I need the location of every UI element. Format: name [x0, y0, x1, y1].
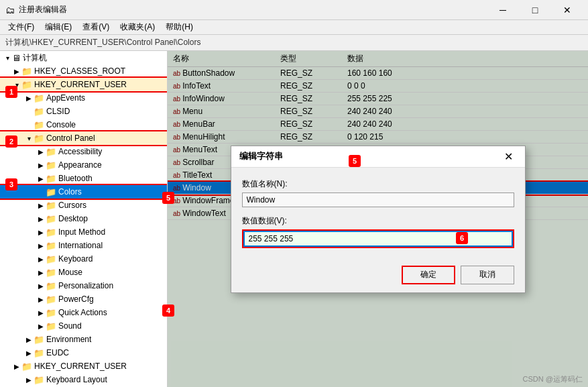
tree-label-appevents: AppEvents — [46, 93, 85, 103]
tree-item-powercfg[interactable]: ▶ 📁 PowerCfg — [0, 292, 167, 306]
folder-eudc-icon: 📁 — [34, 348, 44, 358]
folder-desktop-icon: 📁 — [46, 214, 56, 224]
folder-mouse-icon: 📁 — [46, 268, 56, 278]
folder-console-icon: 📁 — [34, 120, 44, 130]
tree-label-computer: 计算机 — [23, 52, 47, 64]
label-1: 1 — [5, 86, 17, 98]
window-controls: ─ □ ✕ — [487, 0, 583, 20]
tree-item-sound[interactable]: ▶ 📁 Sound — [0, 319, 167, 333]
tree-label-appearance: Appearance — [58, 160, 102, 170]
tree-item-control-panel[interactable]: ▾ 📁 Control Panel — [0, 131, 167, 145]
tree-item-accessibility[interactable]: ▶ 📁 Accessibility — [0, 145, 167, 158]
tree-label-powercfg: PowerCfg — [58, 294, 94, 304]
tree-item-console[interactable]: 📁 Console — [0, 118, 167, 131]
watermark: CSDN @运筹码仁 — [523, 374, 583, 384]
tree-item-mouse[interactable]: ▶ 📁 Mouse — [0, 266, 167, 279]
tree-item-eudc[interactable]: ▶ 📁 EUDC — [0, 346, 167, 360]
label-4: 4 — [162, 305, 174, 317]
tree-item-quick-actions[interactable]: ▶ 📁 Quick Actions — [0, 306, 167, 319]
tree-label-quick-actions: Quick Actions — [58, 308, 107, 317]
arrow-keyboard-layout: ▶ — [24, 376, 34, 384]
arrow-appearance: ▶ — [36, 162, 46, 169]
arrow-powercfg: ▶ — [36, 296, 46, 303]
tree-label-colors: Colors — [58, 187, 82, 197]
dialog-close-button[interactable]: ✕ — [501, 148, 517, 164]
arrow-bluetooth: ▶ — [36, 175, 46, 182]
arrow-desktop: ▶ — [36, 215, 46, 223]
dialog-ok-button[interactable]: 确定 — [402, 266, 455, 284]
tree-label-cu2: HKEY_CURRENT_USER — [34, 362, 127, 371]
minimize-button[interactable]: ─ — [487, 0, 518, 20]
folder-computer-icon: 🖥 — [12, 53, 21, 63]
arrow-keyboard: ▶ — [36, 256, 46, 263]
dialog-cancel-button[interactable]: 取消 — [461, 266, 514, 284]
arrow-environment: ▶ — [24, 336, 34, 343]
tree-label-desktop: Desktop — [58, 214, 88, 223]
tree-item-desktop[interactable]: ▶ 📁 Desktop — [0, 212, 167, 225]
folder-personal-icon: 📁 — [46, 281, 56, 291]
arrow-classes-root: ▶ — [12, 68, 21, 75]
tree-label-personalization: Personalization — [58, 281, 113, 290]
dialog-buttons: 确定 取消 — [231, 259, 525, 292]
tree-label-environment: Environment — [46, 335, 91, 344]
tree-item-cursors[interactable]: ▶ 📁 Cursors — [0, 199, 167, 212]
folder-power-icon: 📁 — [46, 294, 56, 305]
menubar: 文件(F) 编辑(E) 查看(V) 收藏夹(A) 帮助(H) — [0, 20, 588, 35]
tree-item-colors[interactable]: 📁 Colors — [0, 185, 167, 199]
tree-item-international[interactable]: ▶ 📁 International — [0, 239, 167, 252]
dialog-name-input[interactable] — [242, 192, 514, 207]
label-2: 2 — [5, 135, 17, 148]
tree-item-keyboard[interactable]: ▶ 📁 Keyboard — [0, 252, 167, 266]
tree-item-clsid[interactable]: 📁 CLSID — [0, 105, 167, 118]
folder-appearance-icon: 📁 — [46, 160, 56, 170]
tree-item-environment[interactable]: ▶ 📁 Environment — [0, 333, 167, 346]
tree-item-input-method[interactable]: ▶ 📁 Input Method — [0, 225, 167, 239]
app-title: 注册表编辑器 — [19, 4, 487, 15]
app-icon: 🗂 — [5, 5, 15, 15]
label-5-dialog: 5 — [349, 155, 361, 167]
tree-item-appearance[interactable]: ▶ 📁 Appearance — [0, 158, 167, 172]
arrow-mouse: ▶ — [36, 269, 46, 276]
tree-label-accessibility: Accessibility — [58, 147, 102, 156]
arrow-control-panel: ▾ — [24, 135, 34, 142]
menu-file[interactable]: 文件(F) — [3, 20, 40, 34]
folder-accessibility-icon: 📁 — [46, 147, 56, 157]
titlebar: 🗂 注册表编辑器 ─ □ ✕ — [0, 0, 588, 20]
tree-label-international: International — [58, 241, 103, 250]
menu-edit[interactable]: 编辑(E) — [40, 20, 77, 34]
tree-item-classes-root[interactable]: ▶ 📁 HKEY_CLASSES_ROOT — [0, 64, 167, 78]
tree-label-current-user: HKEY_CURRENT_USER — [34, 80, 127, 89]
tree-item-keyboard-layout[interactable]: ▶ 📁 Keyboard Layout — [0, 373, 167, 386]
tree-item-computer[interactable]: ▾ 🖥 计算机 — [0, 51, 167, 64]
tree-label-mouse: Mouse — [58, 268, 82, 277]
folder-intl-icon: 📁 — [46, 241, 56, 251]
menu-favorites[interactable]: 收藏夹(A) — [115, 20, 160, 34]
maximize-button[interactable]: □ — [520, 0, 550, 20]
tree-label-console: Console — [46, 120, 76, 129]
tree-item-appevents[interactable]: ▶ 📁 AppEvents — [0, 91, 167, 105]
tree-item-current-user[interactable]: ▾ 📁 HKEY_CURRENT_USER — [0, 78, 167, 91]
tree-label-input-method: Input Method — [58, 227, 105, 237]
folder-cu2-icon: 📁 — [21, 362, 32, 372]
tree-label-cursors: Cursors — [58, 201, 86, 210]
tree-item-bluetooth[interactable]: ▶ 📁 Bluetooth — [0, 172, 167, 185]
tree-label-sound: Sound — [58, 321, 82, 331]
label-3: 3 — [5, 178, 17, 190]
dialog-name-label: 数值名称(N): — [242, 178, 514, 190]
dialog-body: 数值名称(N): 数值数据(V): — [231, 168, 525, 259]
tree-item-personalization[interactable]: ▶ 📁 Personalization — [0, 279, 167, 292]
arrow-cu2: ▶ — [12, 363, 21, 370]
tree-panel: ▾ 🖥 计算机 ▶ 📁 HKEY_CLASSES_ROOT ▾ 📁 HKEY_C… — [0, 51, 168, 387]
tree-item-current-user2[interactable]: ▶ 📁 HKEY_CURRENT_USER — [0, 360, 167, 373]
arrow-input-method: ▶ — [36, 229, 46, 236]
menu-view[interactable]: 查看(V) — [77, 20, 115, 34]
arrow-appevents: ▶ — [24, 95, 34, 102]
folder-env-icon: 📁 — [34, 335, 44, 345]
tree-label-control-panel: Control Panel — [46, 133, 95, 143]
folder-appevents-icon: 📁 — [34, 93, 44, 103]
menu-help[interactable]: 帮助(H) — [160, 20, 198, 34]
dialog-value-input[interactable] — [243, 231, 513, 247]
arrow-eudc: ▶ — [24, 349, 34, 357]
close-button[interactable]: ✕ — [552, 0, 583, 20]
dialog-value-label: 数值数据(V): — [242, 215, 514, 227]
